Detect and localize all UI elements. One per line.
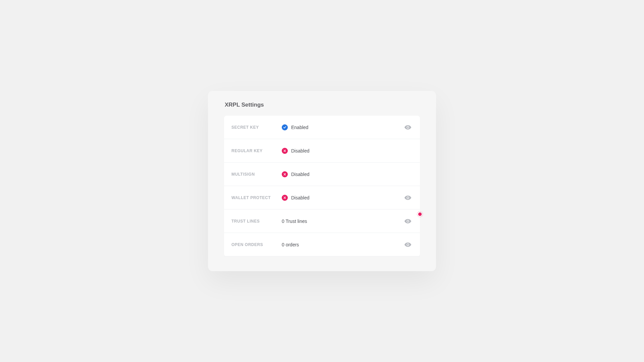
row-wallet-protect: WALLET PROTECT Disabled — [224, 186, 420, 209]
settings-panel: XRPL Settings SECRET KEY Enabled REGULAR… — [208, 91, 436, 271]
row-value: 0 Trust lines — [282, 219, 403, 224]
row-value: Disabled — [282, 195, 403, 201]
row-value: Disabled — [282, 171, 413, 177]
row-label: WALLET PROTECT — [231, 195, 282, 200]
eye-icon[interactable] — [403, 240, 413, 249]
row-multisign: MULTISIGN Disabled — [224, 163, 420, 186]
row-open-orders: OPEN ORDERS 0 orders — [224, 233, 420, 256]
row-label: SECRET KEY — [231, 125, 282, 130]
panel-title: XRPL Settings — [225, 102, 420, 108]
x-circle-disabled-icon — [282, 148, 288, 154]
row-secret-key: SECRET KEY Enabled — [224, 116, 420, 139]
status-text: Disabled — [291, 195, 309, 200]
row-label: REGULAR KEY — [231, 148, 282, 153]
check-circle-enabled-icon — [282, 124, 288, 130]
row-value: Enabled — [282, 124, 403, 130]
x-circle-disabled-icon — [282, 195, 288, 201]
x-circle-disabled-icon — [282, 171, 288, 177]
row-label: OPEN ORDERS — [231, 242, 282, 247]
status-text: 0 orders — [282, 242, 299, 247]
status-text: Disabled — [291, 172, 309, 177]
status-text: 0 Trust lines — [282, 219, 307, 224]
row-regular-key: REGULAR KEY Disabled — [224, 139, 420, 163]
row-label: TRUST LINES — [231, 219, 282, 224]
row-value: 0 orders — [282, 242, 403, 247]
eye-icon[interactable] — [403, 217, 413, 226]
attention-dot-icon — [418, 213, 422, 216]
row-label: MULTISIGN — [231, 172, 282, 177]
row-trust-lines: TRUST LINES 0 Trust lines — [224, 209, 420, 233]
status-text: Enabled — [291, 125, 308, 130]
eye-icon[interactable] — [403, 193, 413, 202]
settings-list: SECRET KEY Enabled REGULAR KEY Disabled … — [224, 116, 420, 256]
eye-icon[interactable] — [403, 123, 413, 132]
status-text: Disabled — [291, 148, 309, 154]
row-value: Disabled — [282, 148, 413, 154]
